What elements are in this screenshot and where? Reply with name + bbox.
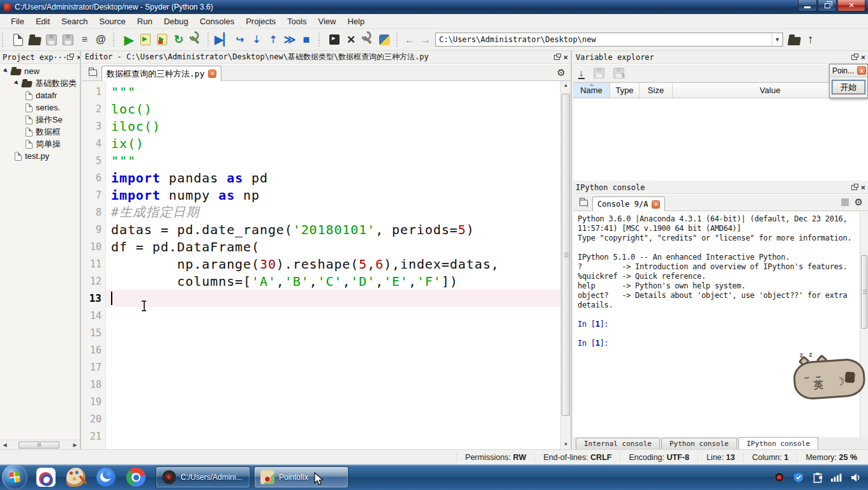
step-into-icon[interactable]: ⇣	[248, 31, 265, 48]
close-tab-icon[interactable]: ✕	[652, 200, 660, 209]
menu-view[interactable]: View	[312, 15, 341, 27]
close-button[interactable]: ✕	[837, 0, 865, 11]
menu-edit[interactable]: Edit	[30, 15, 56, 27]
paint-icon[interactable]	[66, 468, 86, 487]
file-switcher-icon[interactable]: ≡	[76, 31, 93, 48]
code-line[interactable]: 14	[82, 307, 560, 324]
console-vertical-scrollbar[interactable]	[860, 212, 868, 437]
menu-file[interactable]: File	[5, 15, 30, 27]
code-line[interactable]: 18	[82, 376, 560, 393]
bottom-tab-internal-console[interactable]: Internal console	[576, 438, 660, 449]
code-line[interactable]: 1"""	[82, 83, 560, 100]
close-icon[interactable]: ×	[861, 54, 865, 61]
chevron-down-icon[interactable]: ▼	[772, 33, 782, 46]
expander-icon[interactable]: ▶	[13, 79, 21, 87]
maximize-pane-icon[interactable]	[326, 31, 343, 48]
console-output[interactable]: Python 3.6.0 |Anaconda 4.3.1 (64-bit)| (…	[573, 212, 860, 437]
code-line[interactable]: 11 np.arange(30).reshape(5,6),index=data…	[82, 255, 560, 272]
menu-projects[interactable]: Projects	[240, 15, 281, 27]
editor-vertical-scrollbar[interactable]: ▲ ▼	[560, 81, 571, 449]
symbol-finder-icon[interactable]: @	[93, 31, 109, 48]
quark-icon[interactable]	[96, 468, 116, 487]
column-header-name[interactable]: Name	[573, 83, 610, 98]
scroll-up-icon[interactable]: ▲	[561, 81, 571, 90]
menu-search[interactable]: Search	[56, 15, 93, 27]
tree-item-file[interactable]: series.	[0, 101, 80, 114]
code-line[interactable]: 5"""	[82, 152, 560, 169]
menu-consoles[interactable]: Consoles	[194, 15, 240, 27]
configure-run-icon[interactable]	[187, 31, 204, 48]
forward-icon[interactable]: →	[417, 33, 433, 47]
restore-button[interactable]	[818, 0, 837, 11]
menu-debug[interactable]: Debug	[158, 15, 194, 27]
volume-icon[interactable]	[850, 471, 862, 483]
run-icon[interactable]: ▶	[121, 31, 137, 48]
working-directory-combo[interactable]: C:\Users\Administrator\Desktop\new ▼	[435, 33, 783, 47]
pointofix-start-button[interactable]: 开始	[832, 80, 865, 94]
options-gear-icon[interactable]: ⚙	[557, 67, 565, 78]
minimize-button[interactable]	[798, 0, 817, 11]
menu-run[interactable]: Run	[131, 15, 158, 27]
code-line[interactable]: 3iloc()	[82, 117, 560, 135]
expander-icon[interactable]: ▶	[3, 67, 10, 75]
scrollbar-thumb[interactable]	[562, 94, 570, 416]
code-line[interactable]: 6import pandas as pd	[82, 169, 560, 186]
continue-icon[interactable]: ≫	[281, 31, 298, 48]
code-line[interactable]: 15	[82, 324, 560, 341]
code-area[interactable]: 1"""2loc()3iloc()4ix()5"""6import pandas…	[82, 81, 560, 449]
scrollbar-thumb[interactable]	[861, 255, 867, 329]
start-button[interactable]	[2, 464, 27, 490]
close-tab-icon[interactable]: ✕	[208, 70, 216, 78]
run-cell-advance-icon[interactable]	[154, 31, 170, 48]
close-icon[interactable]: ×	[861, 184, 865, 191]
save-all-icon[interactable]	[59, 31, 76, 48]
code-line[interactable]: 2loc()	[82, 100, 560, 117]
tree-item-folder[interactable]: ▶基础数据类	[0, 77, 80, 89]
browse-directory-icon[interactable]	[786, 31, 802, 48]
scroll-left-icon[interactable]: ◀	[0, 442, 10, 448]
back-icon[interactable]: ←	[402, 33, 417, 47]
tree-item-file[interactable]: 操作Se	[0, 114, 80, 126]
fullscreen-icon[interactable]: ✕	[343, 31, 359, 48]
editor-tab[interactable]: 数据框查询的三种方法.py ✕	[101, 66, 221, 81]
undock-icon[interactable]	[554, 55, 560, 60]
code-line[interactable]: 8#生成指定日期	[82, 204, 560, 221]
tools-icon[interactable]	[359, 31, 376, 48]
network-icon[interactable]	[831, 471, 842, 483]
console-tab[interactable]: Console 9/A ✕	[592, 197, 665, 211]
horizontal-scrollbar[interactable]: ◀ ▶	[0, 440, 80, 449]
menu-tools[interactable]: Tools	[281, 15, 312, 27]
import-data-icon[interactable]: ↓	[578, 68, 585, 79]
tree-item-file[interactable]: 简单操	[0, 138, 80, 150]
open-file-icon[interactable]	[26, 31, 43, 48]
clipboard-icon[interactable]	[812, 471, 823, 483]
column-header-type[interactable]: Type	[610, 83, 640, 98]
shield-icon[interactable]	[793, 471, 804, 483]
task-button-pointofix[interactable]: Pointofix	[254, 466, 348, 488]
debug-file-icon[interactable]: ▶▏	[215, 31, 232, 48]
browse-tabs-icon[interactable]	[576, 197, 591, 209]
close-icon[interactable]: x	[857, 66, 866, 75]
code-line[interactable]: 16	[82, 341, 560, 359]
menu-help[interactable]: Help	[341, 15, 370, 27]
column-header-size[interactable]: Size	[640, 83, 673, 98]
chrome-icon[interactable]	[126, 468, 146, 487]
rerun-icon[interactable]: ↻	[170, 31, 187, 48]
tree-item-file[interactable]: datafr	[0, 89, 80, 101]
step-return-icon[interactable]: ⇡	[265, 31, 281, 48]
save-icon[interactable]	[43, 31, 59, 48]
code-line[interactable]: 12 columns=['A','B','C','D','E','F'])	[82, 272, 560, 290]
step-icon[interactable]: ↪	[232, 31, 248, 48]
code-line[interactable]: 17	[82, 359, 560, 376]
undock-icon[interactable]	[851, 185, 857, 190]
tree-item-file[interactable]: 数据框	[0, 126, 80, 138]
close-icon[interactable]: ×	[564, 54, 568, 61]
tree-item-folder[interactable]: ▶new	[0, 65, 80, 77]
undock-icon[interactable]	[851, 55, 857, 60]
record-icon[interactable]	[774, 471, 785, 483]
python-env-icon[interactable]	[376, 31, 393, 48]
code-line[interactable]: 4ix()	[82, 135, 560, 152]
variable-table-body[interactable]	[573, 98, 868, 181]
tree-item-file[interactable]: test.py	[0, 150, 80, 162]
code-line[interactable]: 9datas = pd.date_range('20180101', perio…	[82, 221, 560, 238]
